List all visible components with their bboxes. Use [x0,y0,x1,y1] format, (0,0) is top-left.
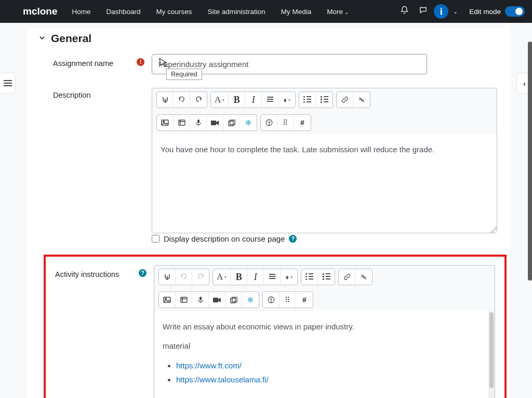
description-label: Description [53,88,152,99]
display-description-row: Display description on course page ? [152,234,497,243]
toolbar-record-audio-button[interactable] [190,115,207,130]
toolbar-manage-files-button[interactable] [223,115,240,130]
display-description-label: Display description on course page [164,234,285,243]
resize-handle-icon[interactable] [489,225,497,233]
toolbar-record-video-button[interactable] [209,292,225,308]
toolbar-ol-button[interactable] [316,92,332,108]
toolbar-expand-button[interactable] [157,92,174,108]
activity-instructions-label: Activity instructions [55,267,119,278]
activity-editor-content[interactable]: Write an essay about economic views in p… [154,311,495,398]
material-link-2[interactable]: https://www.talouselama.fi/ [176,375,269,384]
toolbar-redo-button[interactable] [190,92,207,108]
page-scrollbar-indicator [528,42,532,281]
brand-logo[interactable]: mclone [23,6,58,17]
nav-mycourses[interactable]: My courses [150,5,198,19]
activity-toolbar: A▾ B I ♦▾ [154,266,495,311]
toolbar-accessibility-button[interactable] [261,115,277,130]
toolbar-expand-button[interactable] [159,269,176,285]
editor-scrollbar[interactable] [488,311,495,398]
description-toolbar: A▾ B I ♦▾ [152,88,497,134]
toolbar-html-button[interactable]: # [296,292,313,308]
more-caret-icon: ⌄ [344,9,349,15]
svg-rect-18 [200,297,202,300]
toolbar-undo-button[interactable] [176,269,192,285]
svg-point-16 [165,298,166,299]
toolbar-media-button[interactable] [174,115,190,130]
toolbar-ul-button[interactable] [301,269,318,285]
required-tooltip: Required [166,69,202,80]
nav-dashboard[interactable]: Dashboard [100,5,147,19]
svg-rect-9 [197,120,200,123]
settings-card: General Assignment name ! Required Descr… [27,28,510,398]
toolbar-image-button[interactable] [159,292,176,308]
toolbar-ol-button[interactable] [318,269,335,285]
activity-editor: A▾ B I ♦▾ [154,265,495,398]
svg-rect-3 [4,80,5,81]
activity-instructions-row: Activity instructions ? A▾ [55,265,495,398]
description-row: Description A▾ B I [53,88,497,233]
toolbar-media-button[interactable] [176,292,192,308]
toolbar-h5p-button[interactable]: ✻ [242,292,259,308]
nav-mymedia[interactable]: My Media [275,5,318,19]
nav-home[interactable]: Home [66,5,97,19]
toolbar-paragraph-button[interactable] [264,269,281,285]
section-general-toggle[interactable]: General [38,28,497,54]
toolbar-unlink-button[interactable] [355,269,372,285]
display-description-checkbox[interactable] [152,235,159,243]
toolbar-screenreader-button[interactable]: ⠿ [280,292,296,308]
toolbar-html-button[interactable]: # [294,115,311,130]
svg-rect-4 [4,83,5,84]
toolbar-ul-button[interactable] [299,92,316,108]
toolbar-screenreader-button[interactable]: ⠿ [277,115,294,130]
toolbar-link-button[interactable] [337,92,353,108]
activity-instructions-highlight: Activity instructions ? A▾ [44,255,507,398]
nav-siteadmin[interactable]: Site administration [202,5,272,19]
toolbar-styles-button[interactable]: A▾ [211,92,229,108]
toolbar-accessibility-button[interactable] [263,292,280,308]
svg-point-14 [269,121,270,122]
svg-rect-17 [181,297,187,302]
user-menu-avatar[interactable]: i [434,4,448,19]
svg-rect-19 [213,298,218,302]
svg-rect-5 [4,85,5,86]
toolbar-link-button[interactable] [339,269,355,285]
toolbar-unlink-button[interactable] [353,92,370,108]
material-link-1[interactable]: https://www.ft.com/ [176,361,242,370]
assignment-name-row: Assignment name ! Required [53,54,497,74]
user-menu-caret-icon[interactable]: ⌄ [451,8,459,15]
svg-point-7 [163,121,164,122]
svg-point-23 [271,298,272,299]
section-title: General [51,32,91,45]
required-icon: ! [137,58,144,66]
toolbar-image-button[interactable] [157,115,174,130]
help-icon[interactable]: ? [139,269,147,277]
toolbar-italic-button[interactable]: I [247,269,264,285]
switch-on-icon[interactable] [505,6,525,17]
toolbar-record-audio-button[interactable] [192,292,209,308]
toolbar-color-button[interactable]: ♦▾ [278,92,295,108]
chevron-down-icon [38,34,46,43]
assignment-name-label: Assignment name [53,56,113,68]
toolbar-bold-button[interactable]: B [229,92,245,108]
toolbar-redo-button[interactable] [192,269,209,285]
toolbar-record-video-button[interactable] [207,115,223,130]
top-navbar: mclone Home Dashboard My courses Site ad… [0,0,532,23]
messages-speech-icon[interactable] [415,6,431,17]
toolbar-italic-button[interactable]: I [245,92,262,108]
nav-more[interactable]: More⌄ [321,5,355,19]
toolbar-paragraph-button[interactable] [262,92,278,108]
open-index-drawer-button[interactable] [0,73,16,94]
toolbar-manage-files-button[interactable] [225,292,242,308]
toolbar-color-button[interactable]: ♦▾ [281,269,297,285]
toolbar-undo-button[interactable] [174,92,190,108]
description-editor-content[interactable]: You have one hour to complete the task. … [152,134,497,233]
description-editor: A▾ B I ♦▾ [152,88,497,233]
svg-rect-8 [179,120,185,125]
toolbar-bold-button[interactable]: B [231,269,247,285]
edit-mode-label: Edit mode [469,8,501,16]
toolbar-h5p-button[interactable]: ✻ [240,115,257,130]
edit-mode-toggle[interactable]: Edit mode [469,6,525,17]
notifications-bell-icon[interactable] [396,6,412,17]
help-icon[interactable]: ? [289,235,297,243]
toolbar-styles-button[interactable]: A▾ [213,269,231,285]
